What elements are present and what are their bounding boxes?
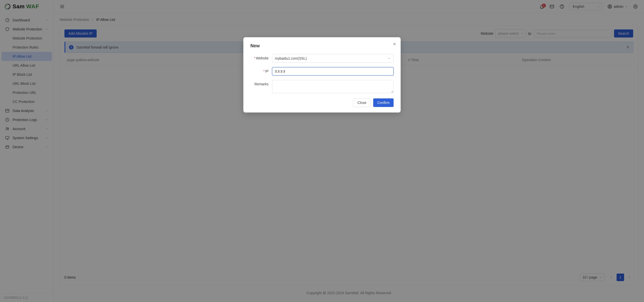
form-row-ip: *IP [250,67,394,76]
website-select-value: mybaidu1.com(SSL) [275,56,307,60]
modal-overlay[interactable]: New ✕ *Website mybaidu1.com(SSL) *IP Rem… [0,0,644,302]
form-row-website: *Website mybaidu1.com(SSL) [250,54,394,63]
form-row-remarks: Remarks [250,80,394,94]
ip-input[interactable] [272,67,394,76]
new-allowlist-modal: New ✕ *Website mybaidu1.com(SSL) *IP Rem… [243,37,401,112]
form-label-website: *Website [250,54,272,60]
chevron-down-icon [387,57,391,60]
form-label-ip: *IP [250,67,272,73]
modal-title: New [250,43,394,49]
modal-close-icon[interactable]: ✕ [393,42,396,47]
form-control [272,67,394,76]
close-button[interactable]: Close [353,98,371,107]
form-control [272,80,394,94]
modal-footer: Close Confirm [250,98,394,107]
remarks-textarea[interactable] [272,80,394,93]
confirm-button[interactable]: Confirm [373,98,394,107]
website-select[interactable]: mybaidu1.com(SSL) [272,54,394,63]
form-control: mybaidu1.com(SSL) [272,54,394,63]
form-label-remarks: Remarks [250,80,272,86]
